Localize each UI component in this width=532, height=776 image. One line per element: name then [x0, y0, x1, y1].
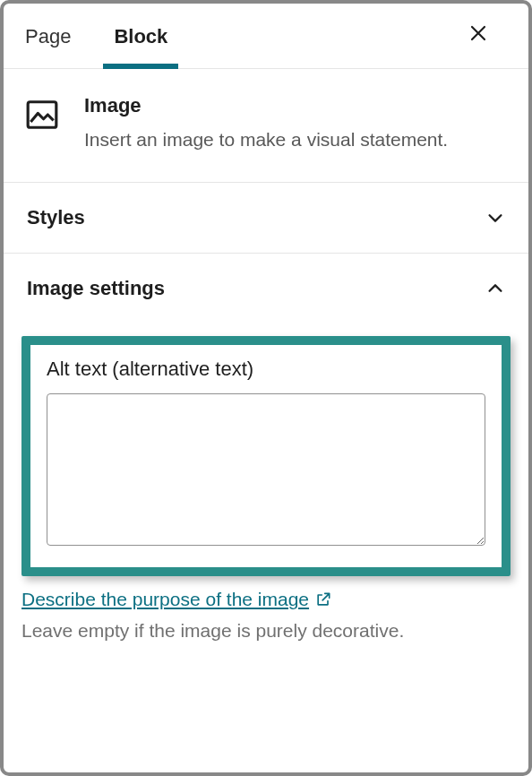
block-title: Image: [84, 94, 448, 117]
chevron-up-icon: [485, 279, 505, 298]
section-styles-title: Styles: [27, 206, 85, 229]
image-settings-body: Alt text (alternative text) Describe the…: [4, 323, 528, 668]
alt-text-label: Alt text (alternative text): [47, 358, 485, 381]
tabs: Page Block: [4, 4, 528, 69]
close-icon: [468, 22, 489, 44]
tab-block[interactable]: Block: [92, 4, 189, 68]
alt-help-link-text: Describe the purpose of the image: [21, 589, 309, 610]
section-styles-header[interactable]: Styles: [4, 183, 528, 253]
alt-text-input[interactable]: [47, 393, 485, 546]
section-image-settings: Image settings Alt text (alternative tex…: [4, 254, 528, 668]
section-image-settings-header[interactable]: Image settings: [4, 254, 528, 323]
close-button[interactable]: [457, 12, 500, 61]
block-description: Insert an image to make a visual stateme…: [84, 126, 448, 153]
tab-page[interactable]: Page: [4, 4, 92, 68]
section-styles: Styles: [4, 183, 528, 254]
settings-panel: Page Block Image Insert an image to make…: [0, 0, 532, 776]
chevron-down-icon: [485, 208, 505, 228]
block-info: Image Insert an image to make a visual s…: [4, 69, 528, 183]
alt-help-link[interactable]: Describe the purpose of the image: [21, 589, 332, 610]
alt-text-highlight: Alt text (alternative text): [21, 336, 511, 576]
image-icon: [25, 98, 59, 132]
section-image-settings-title: Image settings: [27, 277, 165, 300]
alt-help-text: Leave empty if the image is purely decor…: [21, 617, 511, 643]
external-link-icon: [314, 591, 332, 608]
svg-rect-0: [28, 102, 56, 128]
